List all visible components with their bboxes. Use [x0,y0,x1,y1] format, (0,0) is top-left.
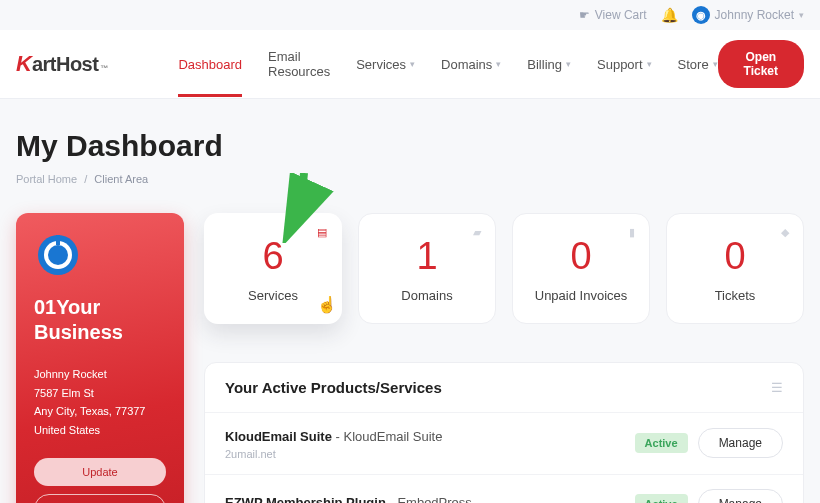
status-badge: Active [635,494,688,503]
nav-dashboard[interactable]: Dashboard [178,41,242,87]
product-name: KloudEmail Suite [225,429,332,444]
stat-label: Tickets [677,288,793,303]
nav-label: Domains [441,57,492,72]
business-name: 01Your Business [34,295,166,345]
avatar-icon [34,231,82,279]
breadcrumb-sep: / [84,173,87,185]
manage-button[interactable]: Manage [698,428,783,458]
nav-services[interactable]: Services▾ [356,41,415,87]
stat-value: 0 [523,236,639,278]
notifications-button[interactable]: 🔔 [661,7,678,23]
breadcrumb-current: Client Area [94,173,148,185]
nav-billing[interactable]: Billing▾ [527,41,571,87]
stats-row: ▤ 6 Services ☝ ▰ 1 Domains ▮ 0 Unpaid In… [204,213,804,324]
nav-label: Store [678,57,709,72]
product-name: EZWP Membership Plugin [225,495,386,503]
nav-store[interactable]: Store▾ [678,41,718,87]
menu-icon[interactable]: ☰ [771,380,783,395]
chevron-down-icon: ▾ [799,10,804,20]
chevron-down-icon: ▾ [713,59,718,69]
cart-icon: ☛ [579,8,590,22]
logout-button[interactable]: Logout [34,494,166,503]
product-desc: - EmbedPress [386,495,472,503]
stat-label: Domains [369,288,485,303]
product-row[interactable]: KloudEmail Suite - KloudEmail Suite 2uma… [205,412,803,474]
user-name-label: Johnny Rocket [715,8,794,22]
nav-label: Dashboard [178,57,242,72]
chevron-down-icon: ▾ [647,59,652,69]
manage-button[interactable]: Manage [698,489,783,503]
account-address: Johnny Rocket 7587 Elm St Any City, Texa… [34,365,166,440]
nav-label: Billing [527,57,562,72]
open-ticket-button[interactable]: Open Ticket [718,40,804,88]
bell-icon: 🔔 [661,7,678,23]
update-button[interactable]: Update [34,458,166,486]
svg-rect-3 [56,235,60,245]
nav-domains[interactable]: Domains▾ [441,41,501,87]
main-nav: Dashboard Email Resources Services▾ Doma… [178,41,717,87]
account-card: 01Your Business Johnny Rocket 7587 Elm S… [16,213,184,503]
stat-value: 1 [369,236,485,278]
nav-email-resources[interactable]: Email Resources [268,41,330,87]
tag-icon: ◆ [781,226,789,239]
stat-services[interactable]: ▤ 6 Services ☝ [204,213,342,324]
stat-label: Unpaid Invoices [523,288,639,303]
account-citystate: Any City, Texas, 77377 [34,402,166,421]
account-country: United States [34,421,166,440]
account-street: 7587 Elm St [34,384,166,403]
stat-value: 0 [677,236,793,278]
chevron-down-icon: ▾ [496,59,501,69]
file-icon: ▮ [629,226,635,239]
nav-label: Email Resources [268,49,330,79]
nav-support[interactable]: Support▾ [597,41,652,87]
products-heading: Your Active Products/Services [225,379,442,396]
globe-icon: ▰ [473,226,481,239]
product-row[interactable]: EZWP Membership Plugin - EmbedPress Acti… [205,474,803,503]
breadcrumb: Portal Home / Client Area [16,173,804,185]
nav-label: Services [356,57,406,72]
brand-logo[interactable]: KartHost™ [16,51,108,77]
nav-label: Support [597,57,643,72]
breadcrumb-home[interactable]: Portal Home [16,173,77,185]
stat-invoices[interactable]: ▮ 0 Unpaid Invoices [512,213,650,324]
stat-domains[interactable]: ▰ 1 Domains [358,213,496,324]
view-cart-link[interactable]: ☛ View Cart [579,8,647,22]
user-menu[interactable]: ◉ Johnny Rocket ▾ [692,6,804,24]
chevron-down-icon: ▾ [410,59,415,69]
stat-tickets[interactable]: ◆ 0 Tickets [666,213,804,324]
active-products-panel: Your Active Products/Services ☰ KloudEma… [204,362,804,503]
logo-text: artHost [32,53,99,76]
layers-icon: ▤ [317,226,327,239]
svg-point-2 [48,245,68,265]
chevron-down-icon: ▾ [566,59,571,69]
account-person: Johnny Rocket [34,365,166,384]
view-cart-label: View Cart [595,8,647,22]
user-avatar-icon: ◉ [692,6,710,24]
stat-value: 6 [215,236,331,278]
logo-tm: ™ [100,64,108,73]
logo-mark: K [16,51,32,77]
stat-label: Services [215,288,331,303]
status-badge: Active [635,433,688,453]
page-title: My Dashboard [16,129,804,163]
product-sub: 2umail.net [225,448,625,460]
product-desc: - KloudEmail Suite [332,429,443,444]
